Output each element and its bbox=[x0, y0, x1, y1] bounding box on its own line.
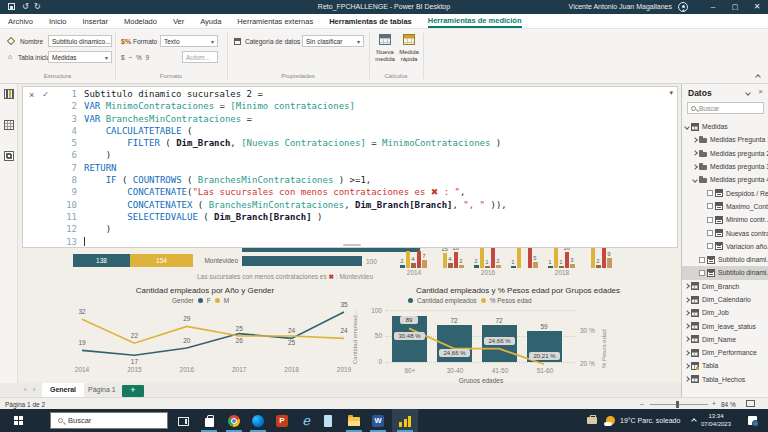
menu-tab-archivo[interactable]: Archivo bbox=[8, 15, 33, 28]
tree-item-tabla-hechos[interactable]: Tabla_Hechos bbox=[682, 373, 768, 386]
tree-item-dim-name[interactable]: Dim_Name bbox=[682, 333, 768, 346]
menu-tab-modelado[interactable]: Modelado bbox=[124, 15, 157, 28]
page-tab-pagina-1[interactable]: Página 1 bbox=[80, 383, 124, 397]
start-button[interactable] bbox=[14, 416, 18, 420]
tree-item-minimo-contr-[interactable]: Minimo contr... bbox=[682, 213, 768, 226]
field-checkbox[interactable] bbox=[707, 217, 713, 223]
menu-tab-herramientas-de-tablas[interactable]: Herramientas de tablas bbox=[329, 15, 412, 28]
tree-item-variacion-a-o-[interactable]: Variacion año... bbox=[682, 240, 768, 253]
clock[interactable]: 13:34 07/04/2023 bbox=[700, 413, 732, 428]
notification-center-icon[interactable] bbox=[748, 416, 757, 425]
tree-item-medidas-pregunta-4[interactable]: Medidas pregunta 4 bbox=[682, 173, 768, 186]
measure-name-input[interactable]: Subtitulo dinamico... bbox=[48, 35, 112, 47]
chrome-icon[interactable] bbox=[227, 414, 241, 428]
menu-tab-ver[interactable]: Ver bbox=[173, 15, 184, 28]
tray-app-icon[interactable] bbox=[587, 417, 597, 424]
measure-icon bbox=[715, 189, 723, 197]
tree-item-dim-performance[interactable]: Dim_Performance bbox=[682, 346, 768, 359]
prev-page-icon[interactable]: ‹ bbox=[24, 386, 26, 393]
cancel-formula-icon[interactable]: × bbox=[29, 90, 34, 100]
maximize-button[interactable]: ▢ bbox=[724, 0, 746, 14]
collapse-pane-icon[interactable] bbox=[745, 90, 751, 96]
page-tab-general[interactable]: General bbox=[42, 383, 84, 397]
model-view-icon[interactable] bbox=[4, 151, 14, 161]
tray-time: 13:34 bbox=[708, 413, 723, 419]
hidden-icons-chevron[interactable] bbox=[691, 418, 697, 424]
tree-item-dim-calendario[interactable]: Dim_Calendario bbox=[682, 293, 768, 306]
cluster-bar bbox=[411, 263, 416, 268]
menu-tab-herramientas-externas[interactable]: Herramientas externas bbox=[237, 15, 313, 28]
edge-icon[interactable] bbox=[251, 414, 265, 428]
zoom-slider-track[interactable] bbox=[650, 404, 708, 405]
file-explorer-icon[interactable] bbox=[347, 414, 361, 428]
close-pane-icon[interactable]: × bbox=[758, 87, 763, 96]
windows-taskbar: Buscar PeW 19°C Parc. soleado 13:34 07/0… bbox=[0, 409, 768, 432]
legend-label-empleados: Cantidad empleados bbox=[417, 297, 477, 304]
zoom-in-icon[interactable]: + bbox=[712, 400, 716, 407]
tree-item-medidas-pregunta-3[interactable]: Medidas pregunta 3 bbox=[682, 160, 768, 173]
tree-item-medidas[interactable]: Medidas bbox=[682, 120, 768, 133]
your-phone-icon[interactable] bbox=[321, 414, 335, 428]
account-name[interactable]: Vicente Antonio Juan Magallanes bbox=[569, 3, 672, 10]
tree-item-subtitulo-dinami-[interactable]: Subtitulo dinami... bbox=[682, 253, 768, 266]
collapse-ribbon-icon[interactable] bbox=[755, 74, 761, 80]
weather-icon[interactable] bbox=[606, 416, 615, 425]
data-category-select[interactable]: Sin clasificar▾ bbox=[302, 35, 364, 47]
power-bi-icon[interactable] bbox=[398, 414, 412, 428]
powerpoint-icon[interactable]: P bbox=[275, 414, 289, 428]
dax-code[interactable]: 1Subtitulo dinamico sucursales 2 =2VAR M… bbox=[63, 88, 663, 247]
tree-item-despidos-re-[interactable]: Despidos / Re... bbox=[682, 186, 768, 199]
new-measure-button[interactable]: Nueva medida bbox=[374, 34, 396, 72]
collapse-formula-bar-icon[interactable]: ▾ bbox=[669, 89, 673, 97]
home-table-select[interactable]: Medidas▾ bbox=[48, 51, 112, 63]
dax-formula-editor[interactable]: × ✓ ▾ 1Subtitulo dinamico sucursales 2 =… bbox=[22, 86, 678, 248]
zoom-slider-handle[interactable] bbox=[676, 401, 679, 408]
menu-tab-ayuda[interactable]: Ayuda bbox=[200, 15, 221, 28]
store-icon[interactable] bbox=[202, 414, 216, 428]
next-page-icon[interactable]: › bbox=[33, 386, 35, 393]
gender-line-plot bbox=[60, 300, 360, 370]
page-tab-strip: ‹ › General Página 1 + bbox=[0, 383, 681, 397]
formula-actions: × ✓ bbox=[29, 90, 63, 100]
field-checkbox[interactable] bbox=[707, 243, 713, 249]
account-avatar-icon[interactable] bbox=[678, 2, 688, 12]
commit-formula-icon[interactable]: ✓ bbox=[42, 90, 49, 100]
menu-tab-inicio[interactable]: Inicio bbox=[49, 15, 67, 28]
tree-item-medidas-pregunta-2[interactable]: Medidas pregunta 2 bbox=[682, 147, 768, 160]
menu-tab-insertar[interactable]: Insertar bbox=[83, 15, 108, 28]
internet-explorer-icon[interactable]: e bbox=[299, 414, 313, 428]
field-checkbox[interactable] bbox=[699, 257, 705, 263]
decimal-places-spinner[interactable]: Autom... bbox=[182, 51, 218, 63]
tree-item-dim-job[interactable]: Dim_Job bbox=[682, 306, 768, 319]
tree-item-nuevas-contra-[interactable]: Nuevas contra... bbox=[682, 226, 768, 239]
minimize-button[interactable]: – bbox=[702, 0, 724, 14]
tree-item-dim-leave-status[interactable]: Dim_leave_status bbox=[682, 319, 768, 332]
field-checkbox[interactable] bbox=[707, 203, 713, 209]
tree-item-subtitulo-dinami-[interactable]: Subtitulo dinami... bbox=[682, 266, 768, 279]
tree-item-dim-branch[interactable]: Dim_Branch bbox=[682, 280, 768, 293]
tree-item-maximo-cont-[interactable]: Maximo_Cont... bbox=[682, 200, 768, 213]
menu-tab-herramientas-de-medici-n[interactable]: Herramientas de medición bbox=[428, 14, 522, 28]
editor-resize-handle[interactable] bbox=[343, 244, 361, 246]
zoom-out-icon[interactable]: – bbox=[640, 400, 644, 407]
new-page-button[interactable]: + bbox=[122, 385, 144, 397]
field-checkbox[interactable] bbox=[699, 270, 705, 276]
word-icon[interactable]: W bbox=[371, 414, 385, 428]
number-format-icons[interactable]: $ ~ % 9 bbox=[121, 54, 150, 61]
field-checkbox[interactable] bbox=[707, 230, 713, 236]
table-icon bbox=[691, 375, 699, 383]
report-view-icon[interactable] bbox=[4, 89, 14, 99]
task-view-icon[interactable] bbox=[176, 414, 190, 428]
left-tick-0: 0 bbox=[362, 358, 382, 365]
fit-to-page-icon[interactable] bbox=[746, 400, 755, 407]
fields-search-input[interactable]: Buscar bbox=[687, 102, 764, 114]
taskbar-search-input[interactable]: Buscar bbox=[50, 412, 168, 429]
format-select[interactable]: Texto▾ bbox=[160, 35, 218, 47]
close-button[interactable]: ✕ bbox=[746, 0, 768, 14]
tree-item-tabla[interactable]: Tabla bbox=[682, 359, 768, 372]
data-view-icon[interactable] bbox=[4, 120, 14, 130]
tree-item-medidas-pregunta-1[interactable]: Medidas Pregunta 1 bbox=[682, 133, 768, 146]
quick-measure-button[interactable]: Medida rápida bbox=[398, 34, 420, 72]
weather-text[interactable]: 19°C Parc. soleado bbox=[620, 417, 680, 424]
field-checkbox[interactable] bbox=[707, 190, 713, 196]
